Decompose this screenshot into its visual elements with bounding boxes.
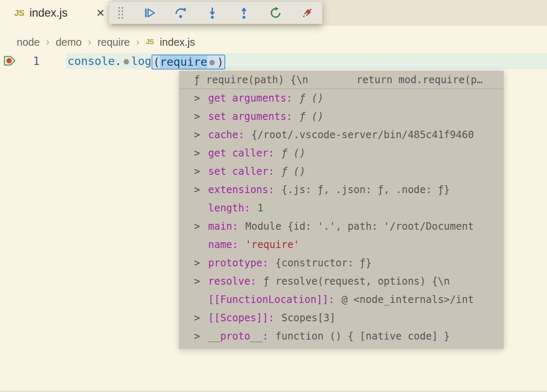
prop-value: ƒ () [299,107,323,126]
tab-indexjs[interactable]: JS index.js ✕ [0,0,112,26]
breadcrumb-item-demo[interactable]: demo [56,36,82,48]
expand-chevron-icon[interactable]: > [194,254,208,272]
prop-row-set-arguments[interactable]: > set arguments: ƒ () [179,107,504,126]
prop-value: Scopes[3] [281,309,336,327]
expand-chevron-icon [194,199,208,217]
prop-name: __proto__: [208,327,269,345]
prop-name: resolve: [208,272,256,290]
function-preview-header: ƒ require(path) {\n return mod.require(p… [179,71,504,89]
token-log: log [131,55,152,67]
prop-row-prototype[interactable]: > prototype: {constructor: ƒ} [179,254,504,272]
prop-row-function-location[interactable]: [[FunctionLocation]]: @ <node_internals>… [179,290,504,309]
token-require-selected[interactable]: require [160,55,207,68]
prop-row-get-caller[interactable]: > get caller: ƒ () [179,144,504,162]
prop-name: extensions: [208,181,274,199]
prop-value: ƒ () [299,89,323,107]
prop-name: length: [208,199,250,217]
prop-value: 'require' [245,236,299,254]
breadcrumb-file[interactable]: index.js [160,36,195,48]
token-close-paren: ) [217,55,224,68]
js-file-icon: JS [14,8,24,18]
debug-step-out-button[interactable] [237,6,251,20]
continue-icon [143,7,155,19]
prop-value: @ <node_internals>/int [341,290,474,309]
hover-expression-box[interactable]: (require) [152,55,225,69]
prop-name: get caller: [208,144,274,162]
prop-name: main: [208,217,238,236]
prop-row-length[interactable]: length: 1 [179,199,504,217]
prop-value: {/root/.vscode-server/bin/485c41f9460 [251,126,474,144]
expand-chevron-icon[interactable]: > [194,107,208,126]
prop-name: set caller: [208,162,274,181]
breadcrumb-item-node[interactable]: node [17,36,40,48]
prop-row-get-arguments[interactable]: > get arguments: ƒ () [179,89,504,107]
prop-value: Module {id: '.', path: '/root/Document [245,217,474,236]
expand-chevron-icon[interactable]: > [194,89,208,107]
expand-chevron-icon[interactable]: > [194,162,208,181]
token-console: console [67,55,115,67]
debug-step-into-button[interactable] [206,6,219,20]
breadcrumb: node › demo › require › JS index.js [17,35,195,49]
prop-name: name: [208,236,238,254]
prop-name: cache: [208,126,244,144]
expand-chevron-icon[interactable]: > [194,126,208,144]
prop-row-cache[interactable]: > cache: {/root/.vscode-server/bin/485c4… [179,126,504,144]
prop-row-set-caller[interactable]: > set caller: ƒ () [179,162,504,181]
code-text[interactable]: console.log(require) [67,53,225,69]
token-open-paren: ( [153,55,160,68]
token-dot: . [115,55,122,67]
close-tab-icon[interactable]: ✕ [96,8,105,18]
step-into-icon [206,7,219,19]
chevron-right-icon: › [88,36,91,48]
prop-value: ƒ resolve(request, options) {\n [264,272,450,290]
step-over-icon [174,7,187,19]
expand-chevron-icon[interactable]: > [194,217,208,236]
prop-value: function () { [native code] } [276,327,450,345]
prop-row-resolve[interactable]: > resolve: ƒ resolve(request, options) {… [179,272,504,290]
debug-continue-button[interactable] [142,6,156,20]
prop-name: set arguments: [208,107,292,126]
js-file-icon: JS [146,38,154,46]
expand-chevron-icon[interactable]: > [194,144,208,162]
debug-toolbar [109,1,323,24]
line-number: 1 [33,53,40,69]
debug-restart-button[interactable] [269,6,282,20]
inline-breakpoint-dot[interactable] [124,59,129,65]
step-out-icon [238,7,250,19]
prop-row-proto[interactable]: > __proto__: function () { [native code]… [179,327,504,345]
chevron-right-icon: › [136,36,139,48]
chevron-right-icon: › [46,36,50,48]
debug-step-over-button[interactable] [174,6,187,20]
prop-row-extensions[interactable]: > extensions: {.js: ƒ, .json: ƒ, .node: … [179,181,504,199]
prop-value: ƒ () [281,144,306,162]
prop-value: 1 [257,199,263,217]
debug-hover-popup: ƒ require(path) {\n return mod.require(p… [179,71,504,349]
prop-row-main[interactable]: > main: Module {id: '.', path: '/root/Do… [179,217,504,236]
drag-handle-icon[interactable] [117,7,124,19]
debug-disconnect-button[interactable] [301,6,314,20]
editor-line-1[interactable]: 1 console.log(require) [0,53,547,69]
prop-value: ƒ () [281,162,306,181]
prop-name: [[Scopes]]: [208,309,274,327]
breakpoint-current-line-icon[interactable] [3,55,17,68]
tab-bar: JS index.js ✕ [0,0,547,26]
prop-value: {.js: ƒ, .json: ƒ, .node: ƒ} [281,181,450,199]
prop-name: get arguments: [208,89,292,107]
expand-chevron-icon [194,236,208,254]
prop-value: {constructor: ƒ} [276,254,372,272]
expand-chevron-icon[interactable]: > [194,309,208,327]
prop-name: prototype: [208,254,269,272]
restart-icon [269,7,282,19]
disconnect-icon [301,7,313,19]
expand-chevron-icon[interactable]: > [194,272,208,290]
prop-row-scopes[interactable]: > [[Scopes]]: Scopes[3] [179,309,504,327]
prop-name: [[FunctionLocation]]: [208,290,334,309]
expand-chevron-icon[interactable]: > [194,327,208,345]
inline-breakpoint-dot[interactable] [209,60,215,65]
tab-label: index.js [30,7,68,20]
breadcrumb-item-require[interactable]: require [97,36,130,48]
expand-chevron-icon[interactable]: > [194,181,208,199]
prop-row-name[interactable]: name: 'require' [179,236,504,254]
expand-chevron-icon [194,290,208,309]
